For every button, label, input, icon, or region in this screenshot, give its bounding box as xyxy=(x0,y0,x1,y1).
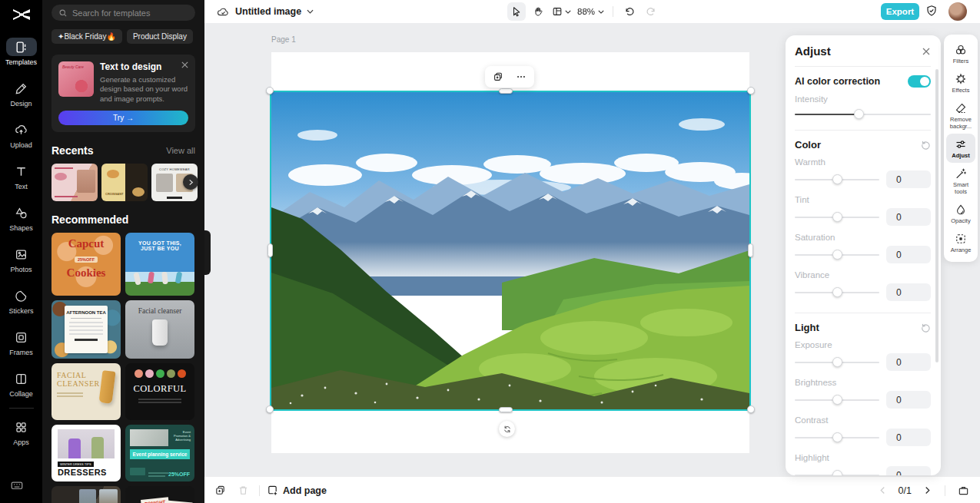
tint-slider[interactable] xyxy=(795,212,879,222)
warmth-slider[interactable] xyxy=(795,174,879,184)
close-icon[interactable] xyxy=(922,47,931,56)
reset-color-icon[interactable] xyxy=(921,140,931,150)
sidebar-item-design[interactable]: Design xyxy=(0,73,42,114)
tool-arrange[interactable]: Arrange xyxy=(946,228,975,257)
saturation-value[interactable]: 0 xyxy=(886,246,931,263)
more-options-button[interactable] xyxy=(511,68,531,85)
sidebar-item-collage[interactable]: Collage xyxy=(0,363,42,405)
sidebar-item-apps[interactable]: Apps xyxy=(0,412,42,453)
warmth-value[interactable]: 0 xyxy=(886,170,931,188)
duplicate-page-button[interactable] xyxy=(211,481,229,500)
selection-handle-right[interactable] xyxy=(748,243,753,257)
mountain-image[interactable] xyxy=(271,92,749,409)
selection-handle-top-left[interactable] xyxy=(266,87,274,94)
delete-page-button[interactable] xyxy=(234,481,252,500)
saturation-slider[interactable] xyxy=(795,250,879,260)
intensity-slider[interactable] xyxy=(795,109,931,119)
contrast-slider[interactable] xyxy=(795,432,879,442)
search-input[interactable]: Search for templates xyxy=(51,5,195,21)
select-tool-button[interactable] xyxy=(507,2,526,21)
slider-label: Tint xyxy=(795,195,931,204)
canvas-size-button[interactable] xyxy=(550,2,573,21)
selection-handle-bottom-right[interactable] xyxy=(747,405,755,413)
contrast-value[interactable]: 0 xyxy=(886,429,931,446)
template-thumb-colorful[interactable]: COLORFUL xyxy=(125,363,194,420)
tool-opacity[interactable]: Opacity xyxy=(946,199,975,228)
tool-effects[interactable]: Effects xyxy=(946,68,975,98)
hand-tool-button[interactable] xyxy=(529,2,547,21)
sidebar-item-stickers[interactable]: Stickers xyxy=(0,280,42,322)
slider-label: Warmth xyxy=(795,157,931,167)
try-button[interactable]: Try → xyxy=(58,111,188,125)
recents-next-button[interactable] xyxy=(183,174,198,190)
template-thumb-cookies[interactable]: Capcut 25%OFF Cookies xyxy=(51,233,121,296)
divider xyxy=(795,130,931,131)
keyboard-shortcuts-icon[interactable] xyxy=(10,478,24,492)
reset-light-icon[interactable] xyxy=(921,323,931,333)
shield-check-icon[interactable] xyxy=(925,5,938,17)
sidebar-item-text[interactable]: Text xyxy=(0,156,42,197)
exposure-slider[interactable] xyxy=(795,357,879,367)
selection-handle-top[interactable] xyxy=(499,88,513,94)
recent-thumb-croissant[interactable]: CROISSANT xyxy=(101,164,148,201)
recent-thumb-beauty[interactable] xyxy=(51,164,98,201)
ai-color-correction-toggle[interactable] xyxy=(908,75,931,88)
view-all-link[interactable]: View all xyxy=(166,146,195,155)
panel-collapse-handle[interactable] xyxy=(204,230,211,275)
undo-button[interactable] xyxy=(620,2,639,21)
template-thumb-facial-cleanser-beige[interactable]: FACIAL CLEANSER xyxy=(51,363,121,420)
canvas-layout-icon xyxy=(552,6,563,17)
zoom-level: 88% xyxy=(577,7,595,16)
vibrance-slider[interactable] xyxy=(795,287,879,297)
vibrance-value[interactable]: 0 xyxy=(886,283,931,301)
template-thumb-afternoon-tea[interactable]: AFTERNOON TEA xyxy=(51,300,121,359)
zoom-level-button[interactable]: 88% xyxy=(576,2,606,21)
page-label: Page 1 xyxy=(271,35,296,44)
panel-scrollbar[interactable] xyxy=(935,69,938,362)
duplicate-button[interactable] xyxy=(488,68,508,85)
next-page-button[interactable] xyxy=(918,481,936,500)
brightness-slider[interactable] xyxy=(795,395,879,405)
selection-handle-bottom-left[interactable] xyxy=(266,405,274,413)
selection-handle-bottom[interactable] xyxy=(499,407,513,412)
document-title[interactable]: Untitled image xyxy=(235,6,301,17)
sidebar-item-templates[interactable]: Templates xyxy=(0,31,42,73)
sidebar-item-upload[interactable]: Upload xyxy=(0,114,42,156)
tool-smart-tools[interactable]: Smart tools xyxy=(946,163,975,199)
template-thumb-event-planning[interactable]: Event Promotion & Advertising Event plan… xyxy=(125,425,194,481)
redo-button[interactable] xyxy=(642,2,660,21)
previous-page-button[interactable] xyxy=(874,481,892,500)
present-button[interactable] xyxy=(954,481,972,500)
ellipsis-icon xyxy=(516,71,527,82)
sidebar-item-photos[interactable]: Photos xyxy=(0,239,42,280)
selection-handle-left[interactable] xyxy=(267,243,273,257)
chevron-down-icon[interactable] xyxy=(307,9,314,14)
avatar[interactable] xyxy=(948,2,967,21)
rotate-handle[interactable] xyxy=(499,421,515,437)
text-to-design-card[interactable]: Beauty Care Text to design Generate a cu… xyxy=(51,55,195,132)
chip-black-friday[interactable]: ✦Black Friday🔥 xyxy=(51,29,122,44)
tint-value[interactable]: 0 xyxy=(886,208,931,226)
add-page-button[interactable]: Add page xyxy=(267,485,327,496)
tool-adjust[interactable]: Adjust xyxy=(946,134,975,163)
capcut-logo-icon[interactable] xyxy=(10,5,33,24)
highlight-slider[interactable] xyxy=(795,470,879,475)
template-thumb-dressers[interactable]: WINTER DRESS TIPS DRESSERS xyxy=(51,425,121,481)
close-icon[interactable] xyxy=(181,61,189,69)
sidebar-item-frames[interactable]: Frames xyxy=(0,322,42,363)
brightness-value[interactable]: 0 xyxy=(886,391,931,409)
template-thumb-facial-cleanser-grey[interactable]: Facial cleanser xyxy=(125,300,194,359)
template-thumb-tonight[interactable]: TONIGHT TONIGHT xyxy=(125,486,194,503)
export-button[interactable]: Export xyxy=(881,3,919,20)
selection-handle-top-right[interactable] xyxy=(747,87,755,94)
template-thumb-you-got-this[interactable]: YOU GOT THIS, JUST BE YOU xyxy=(125,233,194,296)
chip-product-display[interactable]: Product Display xyxy=(127,29,193,44)
exposure-value[interactable]: 0 xyxy=(886,353,931,371)
highlight-value[interactable]: 0 xyxy=(886,466,931,475)
tool-filters[interactable]: Filters xyxy=(946,39,975,68)
sidebar-item-shapes[interactable]: Shapes xyxy=(0,197,42,239)
rail-divider xyxy=(9,408,34,409)
tool-remove-background[interactable]: Remove backgr... xyxy=(946,98,975,134)
template-thumb-spare-time[interactable]: Spare time looking for xyxy=(51,486,121,503)
recents-title: Recents xyxy=(51,144,93,157)
